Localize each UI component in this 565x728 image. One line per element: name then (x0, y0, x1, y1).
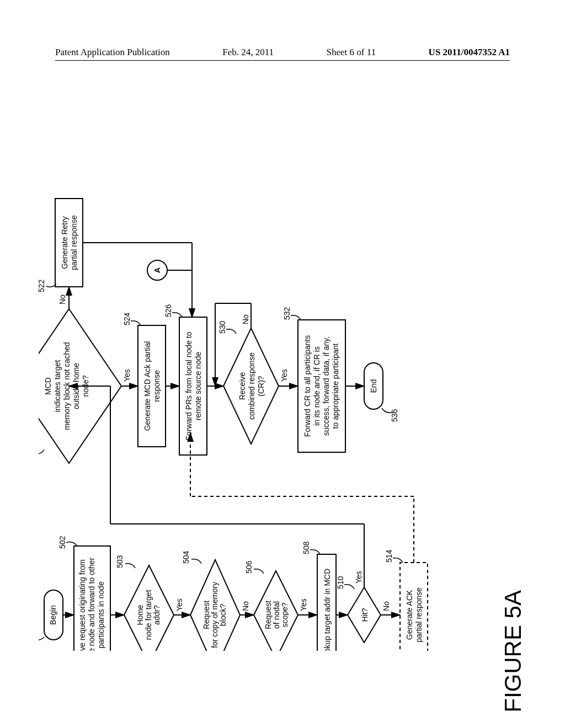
svg-text:Generate Retry: Generate Retry (60, 216, 69, 269)
svg-text:outside home: outside home (72, 363, 81, 409)
svg-text:participants in node: participants in node (97, 581, 105, 649)
connector-a-right: A (147, 260, 167, 280)
svg-text:Yes: Yes (175, 598, 184, 611)
svg-text:No: No (382, 601, 391, 611)
svg-text:remote node and forward to oth: remote node and forward to other (87, 558, 96, 651)
svg-text:Forward PRs from local node to: Forward PRs from local node to (184, 331, 193, 440)
svg-text:MCD: MCD (44, 377, 52, 395)
node-530: Receive combined response (CR)? 530 (218, 320, 279, 444)
publication-label: Patent Application Publication (55, 47, 170, 58)
svg-text:526: 526 (164, 304, 173, 317)
svg-text:Yes: Yes (122, 369, 131, 382)
svg-text:Generate MCD Ack partial: Generate MCD Ack partial (143, 341, 152, 431)
svg-text:Receive request originating fr: Receive request originating from (78, 559, 87, 651)
svg-text:in its node and, if CR is: in its node and, if CR is (312, 346, 321, 426)
svg-text:node?: node? (81, 375, 90, 397)
svg-text:for copy of memory: for copy of memory (210, 582, 219, 648)
node-532: Forward CR to all participants in its no… (282, 307, 345, 452)
svg-text:Home: Home (136, 604, 145, 625)
svg-text:504: 504 (182, 550, 190, 564)
svg-text:(CR)?: (CR)? (257, 376, 265, 397)
svg-text:node for target: node for target (144, 590, 153, 640)
publication-date: Feb. 24, 2011 (222, 47, 274, 58)
svg-text:A: A (153, 267, 162, 273)
svg-text:response: response (152, 370, 161, 402)
node-508: Lookup target addr in MCD 508 (302, 541, 336, 651)
svg-text:scope?: scope? (280, 602, 289, 627)
svg-text:Hit?: Hit? (360, 608, 369, 622)
svg-text:partial response: partial response (70, 215, 78, 270)
sheet-number: Sheet 6 of 11 (327, 47, 376, 58)
svg-text:514: 514 (385, 549, 393, 563)
node-506: Request of nodal scope? 506 (244, 560, 298, 651)
svg-text:End: End (369, 379, 378, 393)
flowchart-diagram: Begin 500 Receive request originating fr… (39, 99, 491, 651)
svg-text:503: 503 (115, 555, 124, 568)
svg-text:partial response: partial response (414, 587, 423, 643)
svg-text:530: 530 (218, 320, 227, 334)
node-522: Generate Retry partial response 522 (39, 199, 83, 292)
node-526: Forward PRs from local node to remote so… (164, 304, 207, 455)
svg-text:to appropriate participant: to appropriate participant (331, 343, 340, 429)
svg-text:536: 536 (390, 409, 399, 422)
node-502: Receive request originating from remote … (58, 536, 110, 651)
svg-text:indicates target: indicates target (53, 360, 62, 412)
svg-text:combined response: combined response (247, 352, 256, 420)
svg-text:506: 506 (244, 560, 253, 574)
node-503: Home node for target addr? 503 (115, 555, 174, 651)
svg-text:508: 508 (302, 541, 311, 554)
node-end: End 536 (364, 363, 399, 422)
svg-text:Request: Request (202, 601, 211, 629)
node-504: Request for copy of memory block? 504 (182, 550, 240, 651)
svg-text:Yes: Yes (354, 571, 363, 584)
svg-text:addr?: addr? (152, 605, 161, 625)
svg-text:No: No (241, 314, 250, 324)
node-begin: Begin 500 (39, 590, 63, 645)
publication-number: US 2011/0047352 A1 (429, 47, 510, 58)
svg-text:Forward CR to all participants: Forward CR to all participants (303, 335, 312, 437)
svg-text:Yes: Yes (299, 598, 308, 611)
svg-text:Generate ACK: Generate ACK (405, 590, 414, 640)
svg-text:Yes: Yes (280, 369, 289, 382)
page-header: Patent Application Publication Feb. 24, … (55, 47, 510, 61)
node-510: Hit? 510 (336, 576, 381, 643)
svg-text:502: 502 (58, 536, 67, 549)
svg-text:Request: Request (264, 601, 273, 629)
svg-text:No: No (58, 295, 67, 304)
svg-text:remote source node: remote source node (194, 352, 202, 421)
svg-text:No: No (241, 601, 250, 611)
svg-text:of nodal: of nodal (272, 601, 281, 629)
svg-text:532: 532 (282, 307, 291, 320)
svg-text:510: 510 (336, 576, 345, 589)
figure-label: FIGURE 5A (500, 590, 526, 713)
svg-text:memory block not cached: memory block not cached (62, 342, 71, 430)
svg-text:success, forward data, if any,: success, forward data, if any, (322, 336, 331, 436)
svg-text:Receive: Receive (238, 372, 247, 400)
svg-text:Begin: Begin (49, 605, 57, 625)
svg-text:522: 522 (39, 279, 46, 292)
svg-text:Lookup target addr in MCD: Lookup target addr in MCD (323, 569, 332, 651)
svg-text:524: 524 (122, 312, 131, 325)
svg-text:block?: block? (218, 604, 227, 627)
node-514: Generate ACK partial response 514 (385, 549, 428, 651)
